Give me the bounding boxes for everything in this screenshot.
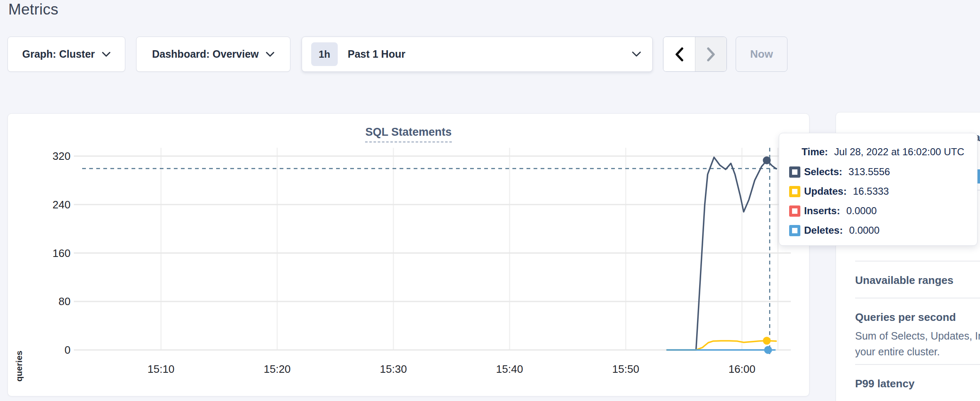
- svg-text:15:20: 15:20: [264, 363, 291, 375]
- tooltip-series-row: Deletes:0.0000: [789, 224, 969, 237]
- svg-text:15:50: 15:50: [612, 363, 639, 375]
- chart-tooltip: Time: Jul 28, 2022 at 16:02:00 UTC Selec…: [779, 133, 978, 246]
- tooltip-series-value: 313.5556: [848, 166, 890, 178]
- svg-text:240: 240: [53, 198, 71, 211]
- svg-text:15:30: 15:30: [380, 363, 407, 375]
- tooltip-time-value: Jul 28, 2022 at 16:02:00 UTC: [834, 146, 965, 158]
- tooltip-series-row: Inserts:0.0000: [789, 205, 969, 217]
- tooltip-series-value: 16.5333: [853, 185, 889, 198]
- tooltip-series-row: Updates:16.5333: [789, 185, 969, 198]
- tooltip-series-label: Deletes:: [804, 224, 843, 237]
- svg-text:160: 160: [53, 247, 71, 259]
- svg-text:0: 0: [65, 344, 71, 356]
- tooltip-series-value: 0.0000: [846, 205, 877, 217]
- tooltip-series-value: 0.0000: [849, 224, 879, 237]
- svg-text:15:40: 15:40: [496, 363, 523, 375]
- tooltip-series-row: Selects:313.5556: [789, 166, 969, 178]
- series-swatch-icon: [789, 186, 800, 197]
- tooltip-series-label: Inserts:: [804, 205, 840, 217]
- svg-text:320: 320: [53, 150, 71, 162]
- tooltip-series-label: Selects:: [804, 166, 842, 178]
- series-swatch-icon: [789, 225, 800, 236]
- svg-text:16:00: 16:00: [729, 363, 756, 375]
- tooltip-time-label: Time:: [802, 146, 828, 158]
- tooltip-series-label: Updates:: [804, 185, 847, 198]
- series-swatch-icon: [789, 166, 800, 178]
- series-swatch-icon: [789, 205, 800, 217]
- svg-text:80: 80: [59, 295, 71, 308]
- svg-text:15:10: 15:10: [147, 363, 174, 375]
